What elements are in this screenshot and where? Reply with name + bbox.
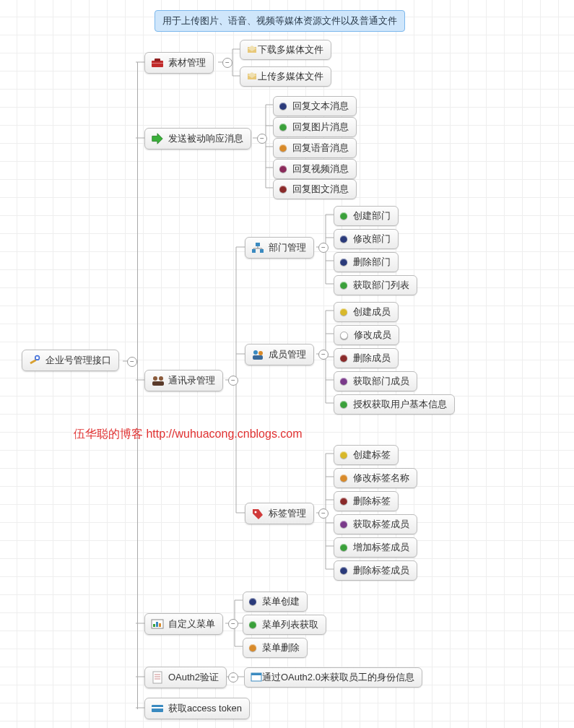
- box-icon: [246, 71, 258, 83]
- dot-icon: [340, 378, 347, 385]
- label: 获取标签成员: [353, 518, 409, 531]
- node-fasong[interactable]: 发送被动响应消息: [144, 128, 251, 150]
- toggle-root[interactable]: −: [127, 357, 137, 367]
- leaf-menu-list[interactable]: 菜单列表获取: [243, 615, 326, 635]
- label: 删除部门: [353, 256, 391, 269]
- dot-icon: [340, 451, 347, 459]
- node-oauth[interactable]: OAuth2验证: [144, 667, 227, 688]
- svg-rect-19: [153, 624, 155, 627]
- svg-rect-20: [156, 622, 158, 627]
- label: 回复图文消息: [292, 183, 349, 196]
- label: 回复语音消息: [292, 142, 349, 155]
- node-token[interactable]: 获取access token: [144, 698, 250, 719]
- leaf-tag-delete[interactable]: 删除标签: [334, 491, 399, 511]
- tooltip-upload-desc: 用于上传图片、语音、视频等媒体资源文件以及普通文件: [155, 10, 405, 32]
- arrow-right-icon: [151, 132, 164, 145]
- label: 菜单删除: [262, 641, 300, 654]
- leaf-reply-news[interactable]: 回复图文消息: [273, 179, 357, 199]
- toggle-bumen[interactable]: −: [318, 243, 329, 253]
- svg-rect-10: [152, 381, 164, 386]
- node-tongxun[interactable]: 通讯录管理: [144, 370, 223, 391]
- root-node[interactable]: 企业号管理接口: [22, 350, 119, 371]
- leaf-menu-create[interactable]: 菜单创建: [243, 592, 308, 612]
- svg-rect-2: [36, 357, 39, 360]
- dot-icon: [249, 598, 256, 605]
- label: 通过OAuth2.0来获取员工的身份信息: [262, 671, 414, 684]
- svg-rect-0: [30, 359, 36, 364]
- svg-point-9: [159, 376, 163, 381]
- label: 创建成员: [353, 306, 391, 318]
- leaf-reply-voice[interactable]: 回复语音消息: [273, 138, 357, 158]
- leaf-tag-create[interactable]: 创建标签: [334, 445, 399, 465]
- leaf-bumen-list[interactable]: 获取部门列表: [334, 275, 417, 295]
- toggle-chengyuan[interactable]: −: [318, 350, 329, 360]
- leaf-tag-getmember[interactable]: 获取标签成员: [334, 514, 417, 534]
- toggle-fasong[interactable]: −: [257, 134, 267, 144]
- node-sucai[interactable]: 素材管理: [144, 52, 214, 74]
- leaf-tag-rename[interactable]: 修改标签名称: [334, 468, 417, 488]
- leaf-oauth-desc[interactable]: 通过OAuth2.0来获取员工的身份信息: [244, 667, 422, 688]
- leaf-download-media[interactable]: 下载多媒体文件: [240, 40, 331, 60]
- dot-icon: [279, 124, 287, 131]
- dot-icon: [249, 644, 256, 651]
- chart-icon: [151, 618, 164, 630]
- dot-icon: [340, 259, 347, 266]
- users-icon: [251, 348, 264, 361]
- label: 素材管理: [168, 56, 206, 69]
- leaf-reply-image[interactable]: 回复图片消息: [273, 117, 357, 137]
- label: 菜单列表获取: [262, 618, 318, 631]
- dot-icon: [279, 165, 287, 173]
- toggle-oauth[interactable]: −: [228, 672, 238, 682]
- label: 删除标签: [353, 495, 391, 508]
- toggle-caidan[interactable]: −: [228, 619, 238, 629]
- label: 成员管理: [269, 348, 306, 361]
- svg-rect-5: [152, 63, 163, 64]
- svg-rect-11: [256, 243, 260, 246]
- dot-icon: [340, 474, 347, 482]
- leaf-upload-media[interactable]: 上传多媒体文件: [240, 66, 331, 87]
- svg-point-8: [153, 376, 157, 381]
- toggle-sucai[interactable]: −: [222, 58, 232, 68]
- label: 获取access token: [168, 702, 242, 715]
- leaf-reply-text[interactable]: 回复文本消息: [273, 96, 357, 116]
- leaf-tag-delmember[interactable]: 删除标签成员: [334, 560, 417, 581]
- wrench-icon: [28, 354, 41, 367]
- node-caidan[interactable]: 自定义菜单: [144, 613, 223, 635]
- label: 回复视频消息: [292, 162, 349, 176]
- toggle-tongxun[interactable]: −: [228, 376, 238, 386]
- label: 修改成员: [354, 329, 391, 342]
- leaf-member-auth[interactable]: 授权获取用户基本信息: [334, 394, 455, 415]
- leaf-member-delete[interactable]: 删除成员: [334, 348, 399, 368]
- dot-icon: [340, 355, 347, 362]
- label: 修改部门: [353, 233, 391, 246]
- dot-icon: [340, 498, 347, 505]
- document-icon: [151, 671, 164, 684]
- svg-rect-12: [252, 249, 256, 253]
- label: 删除标签成员: [353, 564, 409, 577]
- leaf-member-getdept[interactable]: 获取部门成员: [334, 371, 417, 391]
- toolbox-icon: [151, 56, 164, 69]
- leaf-member-modify[interactable]: 修改成员: [334, 325, 399, 345]
- leaf-menu-delete[interactable]: 菜单删除: [243, 638, 308, 658]
- calendar-icon: [251, 672, 262, 684]
- node-biaoqian[interactable]: 标签管理: [245, 503, 314, 524]
- node-chengyuan[interactable]: 成员管理: [245, 344, 314, 365]
- label: 获取部门成员: [353, 375, 409, 388]
- dot-icon: [340, 401, 347, 408]
- dot-icon: [279, 103, 287, 110]
- dot-icon: [279, 186, 287, 193]
- leaf-reply-video[interactable]: 回复视频消息: [273, 159, 357, 179]
- toggle-biaoqian[interactable]: −: [318, 508, 329, 519]
- label: 标签管理: [269, 507, 306, 520]
- leaf-bumen-delete[interactable]: 删除部门: [334, 252, 399, 272]
- leaf-bumen-modify[interactable]: 修改部门: [334, 229, 399, 249]
- node-bumen[interactable]: 部门管理: [245, 237, 314, 259]
- label: 上传多媒体文件: [258, 70, 323, 83]
- leaf-member-create[interactable]: 创建成员: [334, 302, 399, 322]
- leaf-bumen-create[interactable]: 创建部门: [334, 206, 399, 226]
- dot-icon: [340, 235, 347, 243]
- trunk-line: [136, 62, 138, 709]
- svg-rect-16: [253, 355, 263, 360]
- label: 部门管理: [269, 241, 306, 254]
- leaf-tag-addmember[interactable]: 增加标签成员: [334, 537, 417, 558]
